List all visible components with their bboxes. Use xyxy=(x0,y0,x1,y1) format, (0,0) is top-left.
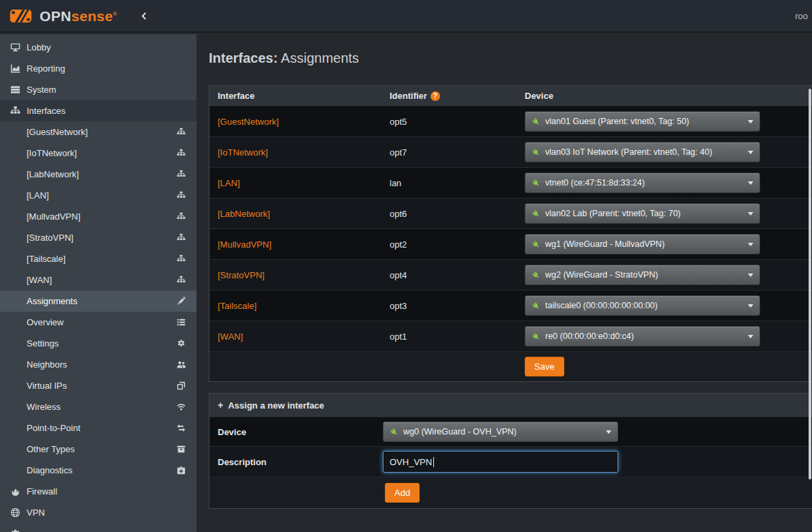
sidebar-item-partial[interactable] xyxy=(0,523,197,532)
opnsense-app: OPNsense® roo Lobby Reporting System Int… xyxy=(0,0,812,532)
interface-link[interactable]: [WAN] xyxy=(218,331,243,342)
sidebar-item-neighbors[interactable]: Neighbors xyxy=(0,354,197,375)
sidebar-item-overview[interactable]: Overview xyxy=(0,312,197,333)
identifier-value: opt5 xyxy=(381,114,517,130)
identifier-value: lan xyxy=(381,175,517,191)
network-icon xyxy=(177,191,188,200)
sidebar-item-vpn[interactable]: VPN xyxy=(0,502,197,523)
save-row: Save xyxy=(209,352,812,381)
device-dropdown[interactable]: re0 (00:00:00:e0:d0:c4) xyxy=(525,326,760,346)
description-input[interactable]: OVH_VPN xyxy=(383,451,618,473)
sidebar-item-label: VPN xyxy=(27,507,45,518)
table-row: [Tailscale] opt3 tailscale0 (00:00:00:00… xyxy=(209,291,812,321)
interface-link[interactable]: [IoTNetwork] xyxy=(218,147,268,158)
interfaces-icon xyxy=(8,106,22,116)
lobby-icon xyxy=(8,42,22,53)
brand-logo[interactable]: OPNsense® xyxy=(10,8,117,25)
device-dropdown[interactable]: vlan02 Lab (Parent: vtnet0, Tag: 70) xyxy=(525,203,760,224)
sidebar-item-wireless[interactable]: Wireless xyxy=(0,396,197,417)
sidebar-collapse-button[interactable] xyxy=(136,9,151,23)
sidebar-item-guestnetwork[interactable]: [GuestNetwork] xyxy=(0,121,197,143)
column-device: Device xyxy=(517,86,812,106)
column-identifier: Identifier? xyxy=(381,86,517,106)
device-dropdown[interactable]: wg1 (WireGuard - MullvadVPN) xyxy=(525,234,760,254)
system-icon xyxy=(8,85,22,95)
interface-link[interactable]: [LAN] xyxy=(218,178,240,188)
plug-icon xyxy=(532,271,540,280)
sidebar-item-tailscale[interactable]: [Tailscale] xyxy=(0,248,197,269)
new-description-row: Description OVH_VPN xyxy=(209,447,812,477)
table-row: [StratoVPN] opt4 wg2 (WireGuard - Strato… xyxy=(209,260,812,291)
sidebar-item-assignments[interactable]: Assignments xyxy=(0,291,197,312)
sidebar-item-label: [WAN] xyxy=(27,275,52,285)
network-icon xyxy=(177,212,188,221)
network-icon xyxy=(177,170,188,179)
sidebar-item-settings[interactable]: Settings xyxy=(0,333,197,354)
sidebar-item-wan[interactable]: [WAN] xyxy=(0,269,197,291)
list-icon xyxy=(177,318,188,327)
save-button[interactable]: Save xyxy=(525,357,564,376)
sidebar-item-diagnostics[interactable]: Diagnostics xyxy=(0,460,197,481)
sidebar-item-label: Reporting xyxy=(27,63,65,74)
main-content: Interfaces: Assignments Interface Identi… xyxy=(197,34,812,532)
device-dropdown[interactable]: wg2 (WireGuard - StratoVPN) xyxy=(525,265,760,285)
interface-link[interactable]: [LabNetwork] xyxy=(218,209,270,219)
sidebar-item-system[interactable]: System xyxy=(0,79,197,100)
sidebar-item-label: Interfaces xyxy=(27,106,66,116)
sidebar-item-reporting[interactable]: Reporting xyxy=(0,58,197,79)
sidebar-item-interfaces[interactable]: Interfaces xyxy=(0,100,197,121)
device-dropdown[interactable]: tailscale0 (00:00:00:00:00:00) xyxy=(525,295,760,316)
new-device-dropdown[interactable]: wg0 (WireGuard - OVH_VPN) xyxy=(383,422,618,442)
add-row: Add xyxy=(209,477,812,508)
sidebar-item-point-to-point[interactable]: Point-to-Point xyxy=(0,417,197,439)
sidebar-item-mullvadvpn[interactable]: [MullvadVPN] xyxy=(0,206,197,227)
device-dropdown[interactable]: vlan01 Guest (Parent: vtnet0, Tag: 50) xyxy=(525,111,760,132)
sidebar-item-label: Point-to-Point xyxy=(27,423,81,433)
sidebar-item-label: [LabNetwork] xyxy=(27,169,79,179)
description-value: OVH_VPN xyxy=(390,457,432,467)
device-dropdown[interactable]: vtnet0 (ce:47:51:8d:33:24) xyxy=(525,173,760,193)
table-row: [IoTNetwork] opt7 vlan03 IoT Network (Pa… xyxy=(209,137,812,168)
add-button[interactable]: Add xyxy=(385,483,420,503)
network-icon xyxy=(177,128,188,136)
caret-down-icon xyxy=(748,212,753,216)
sidebar-item-virtual-ips[interactable]: Virtual IPs xyxy=(0,375,197,396)
sidebar-item-lan[interactable]: [LAN] xyxy=(0,185,197,206)
sidebar-item-lobby[interactable]: Lobby xyxy=(0,37,197,58)
identifier-value: opt6 xyxy=(381,206,517,222)
interface-link[interactable]: [GuestNetwork] xyxy=(218,117,279,127)
help-icon[interactable]: ? xyxy=(431,91,440,101)
vertical-scrollbar[interactable] xyxy=(809,89,811,479)
device-dropdown[interactable]: vlan03 IoT Network (Parent: vtnet0, Tag:… xyxy=(525,142,760,162)
plug-icon xyxy=(532,117,540,126)
interface-link[interactable]: [MullvadVPN] xyxy=(218,239,272,250)
topbar: OPNsense® roo xyxy=(0,0,812,33)
plug-icon xyxy=(390,428,398,437)
interface-link[interactable]: [StratoVPN] xyxy=(218,270,265,280)
user-menu[interactable]: roo xyxy=(795,11,808,21)
identifier-value: opt7 xyxy=(381,145,517,160)
sidebar-item-labnetwork[interactable]: [LabNetwork] xyxy=(0,164,197,185)
sidebar-item-label: [MullvadVPN] xyxy=(27,211,81,222)
caret-down-icon xyxy=(748,243,753,246)
interface-link[interactable]: [Tailscale] xyxy=(218,301,257,311)
caret-down-icon xyxy=(748,274,753,277)
page-title: Interfaces: Assignments xyxy=(209,49,812,67)
assignments-table-panel: Interface Identifier? Device [GuestNetwo… xyxy=(209,85,812,382)
medkit-icon xyxy=(177,466,188,475)
sidebar-item-label: Settings xyxy=(27,338,59,349)
sidebar-item-label: Neighbors xyxy=(27,359,67,370)
network-icon xyxy=(177,149,188,158)
sidebar-item-label: [GuestNetwork] xyxy=(27,127,88,137)
clone-icon xyxy=(177,381,188,390)
sidebar-item-other-types[interactable]: Other Types xyxy=(0,439,197,460)
sidebar-item-label: Overview xyxy=(27,317,63,327)
wifi-icon xyxy=(177,402,188,411)
sidebar-item-iotnetwork[interactable]: [IoTNetwork] xyxy=(0,143,197,164)
firewall-icon xyxy=(8,486,22,497)
sidebar-item-firewall[interactable]: Firewall xyxy=(0,481,197,502)
identifier-value: opt1 xyxy=(381,329,517,344)
partial-menu-icon xyxy=(8,529,22,532)
sidebar-item-stratovpn[interactable]: [StratoVPN] xyxy=(0,227,197,248)
sidebar-item-label: Assignments xyxy=(27,296,77,306)
